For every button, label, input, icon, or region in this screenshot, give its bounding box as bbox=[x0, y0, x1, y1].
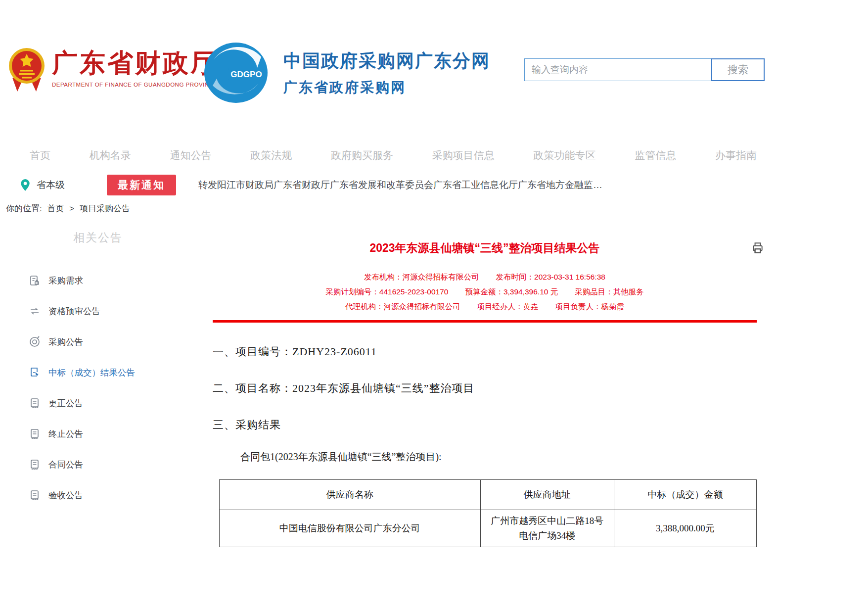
project-handler: 项目经办人：黄垚 bbox=[477, 299, 539, 314]
project-manager: 项目负责人：杨菊霞 bbox=[555, 299, 625, 314]
sidebar-item-procurement-announcement[interactable]: 采购公告 bbox=[0, 327, 198, 357]
document-lines-icon bbox=[29, 489, 41, 501]
location-pin-icon bbox=[20, 179, 31, 191]
sidebar-item-prequalification[interactable]: 资格预审公告 bbox=[0, 296, 198, 327]
announcement-meta: 发布机构：河源众得招标有限公司 发布时间：2023-03-31 16:56:38… bbox=[213, 270, 757, 314]
sidebar-item-procurement-demand[interactable]: 采购需求 bbox=[0, 265, 198, 296]
budget-amount: 预算金额：3,394,396.10 元 bbox=[465, 284, 558, 299]
meta-row-3: 代理机构：河源众得招标有限公司 项目经办人：黄垚 项目负责人：杨菊霞 bbox=[213, 299, 757, 314]
agency: 代理机构：河源众得招标有限公司 bbox=[345, 299, 460, 314]
cell-award-amount: 3,388,000.00元 bbox=[614, 510, 756, 547]
table-row: 中国电信股份有限公司广东分公司 广州市越秀区中山二路18号 电信广场34楼 3,… bbox=[220, 510, 757, 547]
sidebar-item-label: 验收公告 bbox=[48, 489, 83, 501]
national-emblem-icon bbox=[7, 46, 46, 94]
sidebar-item-correction[interactable]: 更正公告 bbox=[0, 388, 198, 419]
nav-item-supervision[interactable]: 监管信息 bbox=[635, 148, 676, 162]
sidebar: 相关公告 采购需求 资格预审公告 采购公告 中标（成交）结果公告 bbox=[0, 230, 198, 511]
breadcrumb-separator: > bbox=[69, 204, 74, 213]
header-supplier-address: 供应商地址 bbox=[480, 480, 614, 510]
gdgpo-logo: GDGPO 中国政府采购网广东分网 广东省政府采购网 bbox=[203, 42, 490, 104]
nav-item-home[interactable]: 首页 bbox=[30, 148, 50, 162]
table-header-row: 供应商名称 供应商地址 中标（成交）金额 bbox=[220, 480, 757, 510]
search-button[interactable]: 搜索 bbox=[711, 58, 765, 81]
notice-bar: 省本级 最新通知 转发阳江市财政局广东省财政厅广东省发展和改革委员会广东省工业信… bbox=[20, 174, 848, 196]
section-project-name: 二、项目名称：2023年东源县仙塘镇“三线”整治项目 bbox=[213, 381, 757, 396]
sidebar-item-label: 终止公告 bbox=[48, 428, 83, 440]
sidebar-item-label: 中标（成交）结果公告 bbox=[48, 367, 135, 378]
sidebar-item-label: 资格预审公告 bbox=[48, 305, 100, 317]
latest-notice-badge: 最新通知 bbox=[107, 175, 176, 195]
nav-item-orgs[interactable]: 机构名录 bbox=[90, 148, 131, 162]
section-procurement-result: 三、采购结果 bbox=[213, 418, 757, 432]
red-divider bbox=[213, 320, 757, 323]
document-lines-icon bbox=[29, 397, 41, 409]
document-lines-icon bbox=[29, 459, 41, 471]
sidebar-item-label: 采购公告 bbox=[48, 336, 83, 348]
page: 广东省财政厅 DEPARTMENT OF FINANCE OF GUANGDON… bbox=[0, 0, 868, 614]
sidebar-item-contract[interactable]: 合同公告 bbox=[0, 449, 198, 480]
meta-row-2: 采购计划编号：441625-2023-00170 预算金额：3,394,396.… bbox=[213, 284, 757, 299]
finance-dept-logo: 广东省财政厅 DEPARTMENT OF FINANCE OF GUANGDON… bbox=[7, 46, 218, 94]
header-supplier-name: 供应商名称 bbox=[220, 480, 481, 510]
print-icon[interactable] bbox=[751, 241, 764, 254]
nav-item-gov-purchase[interactable]: 政府购买服务 bbox=[331, 148, 393, 162]
document-lines-icon bbox=[29, 428, 41, 440]
announcement-title: 2023年东源县仙塘镇“三线”整治项目结果公告 bbox=[213, 240, 757, 256]
nav-item-project-info[interactable]: 采购项目信息 bbox=[432, 148, 495, 162]
procurement-category: 采购品目：其他服务 bbox=[575, 284, 644, 299]
header: 广东省财政厅 DEPARTMENT OF FINANCE OF GUANGDON… bbox=[0, 42, 868, 101]
refresh-arrows-icon bbox=[29, 305, 41, 317]
result-doc-icon bbox=[29, 367, 41, 378]
breadcrumb-home[interactable]: 首页 bbox=[47, 204, 64, 213]
notice-link[interactable]: 转发阳江市财政局广东省财政厅广东省发展和改革委员会广东省工业信息化厅广东省地方金… bbox=[198, 179, 609, 191]
sidebar-item-label: 更正公告 bbox=[48, 397, 83, 409]
gdgpo-globe-icon: GDGPO bbox=[203, 42, 270, 104]
svg-text:GDGPO: GDGPO bbox=[230, 70, 262, 79]
site-subtitle: 广东省政府采购网 bbox=[283, 78, 490, 97]
cell-supplier-name: 中国电信股份有限公司广东分公司 bbox=[220, 510, 481, 547]
nav-item-policies[interactable]: 政策法规 bbox=[250, 148, 292, 162]
sidebar-item-award-result[interactable]: 中标（成交）结果公告 bbox=[0, 357, 198, 388]
sidebar-item-label: 采购需求 bbox=[48, 275, 83, 286]
finance-dept-subtitle: DEPARTMENT OF FINANCE OF GUANGDONG PROVI… bbox=[52, 82, 218, 88]
sidebar-item-termination[interactable]: 终止公告 bbox=[0, 419, 198, 449]
site-title: 中国政府采购网广东分网 bbox=[283, 49, 490, 73]
meta-row-1: 发布机构：河源众得招标有限公司 发布时间：2023-03-31 16:56:38 bbox=[213, 270, 757, 284]
cell-supplier-address: 广州市越秀区中山二路18号 电信广场34楼 bbox=[480, 510, 614, 547]
breadcrumb-current[interactable]: 项目采购公告 bbox=[80, 204, 130, 213]
publisher: 发布机构：河源众得招标有限公司 bbox=[364, 270, 479, 284]
announcement-body: 一、项目编号：ZDHY23-Z06011 二、项目名称：2023年东源县仙塘镇“… bbox=[213, 344, 757, 547]
contract-package-label: 合同包1(2023年东源县仙塘镇“三线”整治项目): bbox=[213, 450, 757, 464]
plan-number: 采购计划编号：441625-2023-00170 bbox=[325, 284, 448, 299]
region-label[interactable]: 省本级 bbox=[37, 179, 65, 191]
finance-dept-title: 广东省财政厅 bbox=[52, 46, 218, 81]
announcement-article: 2023年东源县仙塘镇“三线”整治项目结果公告 发布机构：河源众得招标有限公司 … bbox=[213, 240, 757, 547]
section-project-number: 一、项目编号：ZDHY23-Z06011 bbox=[213, 344, 757, 359]
publish-time: 发布时间：2023-03-31 16:56:38 bbox=[496, 270, 605, 284]
header-award-amount: 中标（成交）金额 bbox=[614, 480, 756, 510]
sidebar-item-label: 合同公告 bbox=[48, 459, 83, 471]
search-bar: 搜索 bbox=[524, 58, 765, 81]
target-check-icon bbox=[29, 336, 41, 348]
nav-item-notices[interactable]: 通知公告 bbox=[170, 148, 212, 162]
nav-item-policy-zone[interactable]: 政策功能专区 bbox=[534, 148, 596, 162]
result-table: 供应商名称 供应商地址 中标（成交）金额 中国电信股份有限公司广东分公司 广州市… bbox=[219, 479, 757, 547]
breadcrumb-prefix: 你的位置: bbox=[6, 204, 42, 213]
main-nav: 首页 机构名录 通知公告 政策法规 政府购买服务 采购项目信息 政策功能专区 监… bbox=[30, 148, 757, 162]
clipboard-bag-icon bbox=[29, 275, 41, 286]
sidebar-item-acceptance[interactable]: 验收公告 bbox=[0, 480, 198, 511]
search-input[interactable] bbox=[524, 58, 711, 81]
breadcrumb: 你的位置: 首页 > 项目采购公告 bbox=[6, 203, 133, 214]
nav-item-guide[interactable]: 办事指南 bbox=[715, 148, 757, 162]
sidebar-title: 相关公告 bbox=[73, 230, 198, 245]
